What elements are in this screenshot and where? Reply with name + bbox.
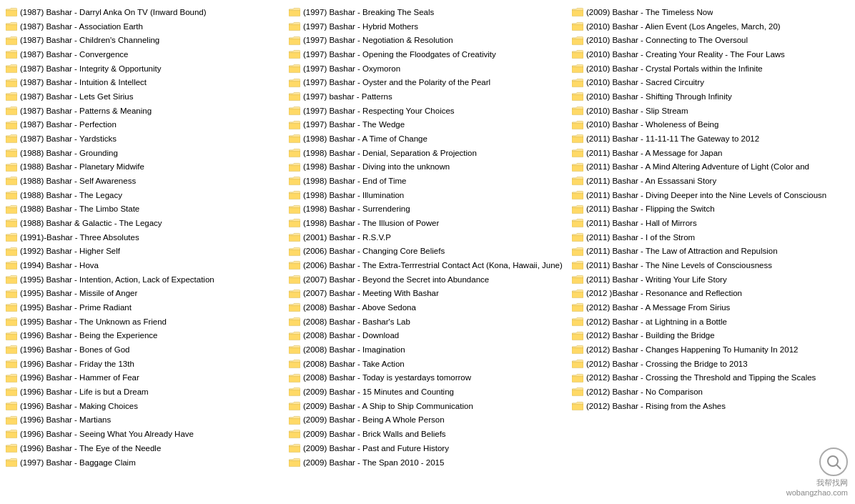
list-item[interactable]: (2010) Bashar - Wholeness of Being — [570, 118, 851, 132]
list-item[interactable]: (1995) Bashar - Prime Radiant — [4, 301, 285, 315]
list-item[interactable]: (1988) Bashar - Planetary Midwife — [4, 160, 285, 174]
list-item[interactable]: (1997) Bashar - Breaking The Seals — [287, 6, 568, 19]
list-item[interactable]: (2006) Bashar - Changing Core Beliefs — [287, 244, 568, 258]
list-item[interactable]: (1996) Bashar - Life is but a Dream — [4, 385, 285, 399]
list-item[interactable]: (2012) Bashar - A Message From Sirius — [570, 301, 851, 315]
list-item[interactable]: (1995) Bashar - The Unknown as Friend — [4, 315, 285, 329]
list-item[interactable]: (1987) Bashar - Intuition & Intellect — [4, 76, 285, 89]
list-item[interactable]: (1997) Bashar - Respecting Your Choices — [287, 104, 568, 118]
list-item[interactable]: (1997) Bashar - Hybrid Mothers — [287, 20, 568, 34]
list-item[interactable]: (1987) Bashar - Association Earth — [4, 20, 285, 34]
list-item[interactable]: (1997) Bashar - The Wedge — [287, 118, 568, 132]
list-item[interactable]: (2008) Bashar - Above Sedona — [287, 301, 568, 315]
list-item[interactable]: (2011) Bashar - A Mind Altering Adventur… — [570, 160, 851, 174]
list-item[interactable]: (2012 )Bashar - Resonance and Reflection — [570, 287, 851, 300]
list-item[interactable]: (2009) Bashar - Brick Walls and Beliefs — [287, 428, 568, 441]
list-item[interactable]: (1998) Bashar - A Time of Change — [287, 132, 568, 146]
list-item[interactable]: (1996) Bashar - Making Choices — [4, 400, 285, 413]
list-item[interactable]: (1996) Bashar - The Eye of the Needle — [4, 442, 285, 455]
list-item[interactable]: (2012) Bashar - Crossing the Threshold a… — [570, 371, 851, 385]
list-item[interactable]: (1996) Bashar - Martians — [4, 413, 285, 427]
list-item[interactable]: (1988) Bashar & Galactic - The Legacy — [4, 217, 285, 230]
list-item[interactable]: (1997) bashar - Patterns — [287, 90, 568, 104]
list-item[interactable]: (2008) Bashar - Imagination — [287, 343, 568, 357]
list-item[interactable]: (1995) Bashar - Missile of Anger — [4, 287, 285, 300]
list-item[interactable]: (2008) Bashar - Take Action — [287, 357, 568, 371]
list-item[interactable]: (1996) Bashar - Bones of God — [4, 343, 285, 357]
list-item[interactable]: (1996) Bashar - Being the Experience — [4, 329, 285, 342]
list-item[interactable]: (2012) Bashar - at Lightning in a Bottle — [570, 315, 851, 329]
folder-icon — [572, 190, 583, 200]
list-item[interactable]: (1997) Bashar - Negotiation & Resolution — [287, 34, 568, 47]
list-item[interactable]: (1997) Bashar - Opening the Floodgates o… — [287, 48, 568, 61]
item-label: (1995) Bashar - Prime Radiant — [20, 302, 132, 314]
list-item[interactable]: (2010) Bashar - Sacred Circuitry — [570, 76, 851, 89]
list-item[interactable]: (1988) Bashar - The Legacy — [4, 189, 285, 202]
list-item[interactable]: (2008) Bashar - Today is yestardays tomo… — [287, 371, 568, 385]
list-item[interactable]: (2011) Bashar - The Nine Levels of Consc… — [570, 259, 851, 272]
list-item[interactable]: (2009) Bashar - 15 Minutes and Counting — [287, 385, 568, 399]
list-item[interactable]: (2011) Bashar - The Law of Attraction an… — [570, 244, 851, 258]
list-item[interactable]: (1987) Bashar - Children's Channeling — [4, 34, 285, 47]
list-item[interactable]: (1987) Bashar - Darryl Anka On TV (Inwar… — [4, 6, 285, 19]
folder-icon — [6, 415, 17, 425]
list-item[interactable]: (2012) Bashar - Building the Bridge — [570, 329, 851, 342]
list-item[interactable]: (2012) Bashar - Rising from the Ashes — [570, 400, 851, 413]
list-item[interactable]: (2011) Bashar - Flipping the Switch — [570, 202, 851, 216]
list-item[interactable]: (1987) Bashar - Perfection — [4, 118, 285, 132]
list-item[interactable]: (1987) Bashar - Lets Get Sirius — [4, 90, 285, 104]
list-item[interactable]: (2006) Bashar - The Extra-Terrrestrial C… — [287, 259, 568, 272]
folder-icon — [572, 92, 583, 102]
list-item[interactable]: (2010) Bashar - Slip Stream — [570, 104, 851, 118]
list-item[interactable]: (1987) Bashar - Convergence — [4, 48, 285, 61]
list-item[interactable]: (1988) Bashar - Self Awareness — [4, 174, 285, 188]
list-item[interactable]: (2009) Bashar - The Timeless Now — [570, 6, 851, 19]
list-item[interactable]: (1998) Bashar - End of Time — [287, 174, 568, 188]
list-item[interactable]: (1987) Bashar - Integrity & Opportunity — [4, 62, 285, 76]
list-item[interactable]: (1995) Bashar - Intention, Action, Lack … — [4, 273, 285, 287]
list-item[interactable]: (2008) Bashar - Bashar's Lab — [287, 315, 568, 329]
list-item[interactable]: (1987) Bashar - Patterns & Meaning — [4, 104, 285, 118]
list-item[interactable]: (2011) Bashar - I of the Strom — [570, 231, 851, 244]
list-item[interactable]: (2010) Bashar - Shifting Through Infinit… — [570, 90, 851, 104]
list-item[interactable]: (1997) Bashar - Oyster and the Polarity … — [287, 76, 568, 89]
list-item[interactable]: (2010) Bashar - Creating Your Reality - … — [570, 48, 851, 61]
list-item[interactable]: (2011) Bashar - A Message for Japan — [570, 147, 851, 160]
list-item[interactable]: (1998) Bashar - Denial, Separation & Pro… — [287, 147, 568, 160]
list-item[interactable]: (2010) Bashar - Connecting to The Overso… — [570, 34, 851, 47]
list-item[interactable]: (2009) Bashar - Being A Whole Person — [287, 413, 568, 427]
list-item[interactable]: (1987) Bashar - Yardsticks — [4, 132, 285, 146]
list-item[interactable]: (2012) Bashar - Crossing the Bridge to 2… — [570, 357, 851, 371]
list-item[interactable]: (2009) Bashar - A Ship to Ship Communica… — [287, 400, 568, 413]
list-item[interactable]: (2007) Bashar - Beyond the Secret into A… — [287, 273, 568, 287]
list-item[interactable]: (2009) Bashar - The Span 2010 - 2015 — [287, 456, 568, 470]
list-item[interactable]: (1994) Bashar - Hova — [4, 259, 285, 272]
list-item[interactable]: (1991)-Bashar - Three Absolutes — [4, 231, 285, 244]
list-item[interactable]: (1998) Bashar - Surrendering — [287, 202, 568, 216]
list-item[interactable]: (2008) Bashar - Download — [287, 329, 568, 342]
list-item[interactable]: (1996) Bashar - Seeing What You Already … — [4, 428, 285, 441]
list-item[interactable]: (2010) Bashar - Alien Event (Los Angeles… — [570, 20, 851, 34]
list-item[interactable]: (1997) Bashar - Baggage Claim — [4, 456, 285, 470]
list-item[interactable]: (1988) Bashar - The Limbo State — [4, 202, 285, 216]
list-item[interactable]: (1998) Bashar - Illumination — [287, 189, 568, 202]
list-item[interactable]: (2011) Bashar - 11-11-11 The Gateway to … — [570, 132, 851, 146]
list-item[interactable]: (1996) Bashar - Friday the 13th — [4, 357, 285, 371]
list-item[interactable]: (1992) Bashar - Higher Self — [4, 244, 285, 258]
list-item[interactable]: (2007) Bashar - Meeting With Bashar — [287, 287, 568, 300]
list-item[interactable]: (2010) Bashar - Crystal Portals within t… — [570, 62, 851, 76]
list-item[interactable]: (1988) Bashar - Grounding — [4, 147, 285, 160]
list-item[interactable]: (2001) Bashar - R.S.V.P — [287, 231, 568, 244]
list-item[interactable]: (2011) Bashar - Diving Deeper into the N… — [570, 189, 851, 202]
list-item[interactable]: (1998) Bashar - The Illusion of Power — [287, 217, 568, 230]
list-item[interactable]: (2011) Bashar - Hall of Mirrors — [570, 217, 851, 230]
list-item[interactable]: (2009) Bashar - Past and Future History — [287, 442, 568, 455]
list-item[interactable]: (1998) Bashar - Diving into the unknown — [287, 160, 568, 174]
list-item[interactable]: (1997) Bashar - Oxymoron — [287, 62, 568, 76]
list-item[interactable]: (2012) Bashar - No Comparison — [570, 385, 851, 399]
list-item[interactable]: (2012) Bashar - Changes Happening To Hum… — [570, 343, 851, 357]
list-item[interactable]: (2011) Bashar - An Essassani Story — [570, 174, 851, 188]
list-item[interactable]: (1996) Bashar - Hammer of Fear — [4, 371, 285, 385]
svg-point-95 — [828, 456, 838, 466]
list-item[interactable]: (2011) Bashar - Writing Your Life Story — [570, 273, 851, 287]
